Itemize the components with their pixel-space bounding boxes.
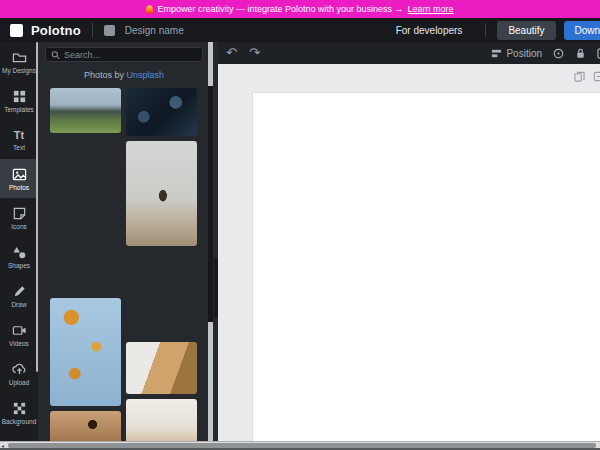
divider <box>92 23 93 37</box>
delete-page-icon[interactable] <box>593 71 600 82</box>
undo-button[interactable]: ↶ <box>226 42 237 64</box>
sidebar-item-icons[interactable]: Icons <box>0 198 38 237</box>
sidebar-item-templates[interactable]: Templates <box>0 81 38 120</box>
sidebar-item-my-designs[interactable]: My Designs <box>0 42 38 81</box>
design-name-field[interactable]: Design name <box>125 25 184 36</box>
sidebar-item-photos[interactable]: Photos <box>0 159 38 198</box>
photo-thumbnail[interactable] <box>126 342 197 394</box>
photo-thumbnail[interactable] <box>50 88 121 133</box>
search-input[interactable] <box>64 50 197 60</box>
video-icon <box>12 323 27 338</box>
photo-thumbnail[interactable] <box>50 138 121 186</box>
photo-grid <box>50 88 197 450</box>
photo-thumbnail[interactable] <box>50 298 121 406</box>
learn-more-link[interactable]: Learn more <box>408 4 454 14</box>
photo-thumbnail[interactable] <box>126 88 197 136</box>
folder-icon <box>12 50 27 65</box>
page-controls <box>574 71 600 82</box>
lock-icon[interactable] <box>575 48 586 59</box>
photo-thumbnail[interactable] <box>126 251 197 337</box>
download-button[interactable]: Download <box>564 21 600 40</box>
design-icon <box>104 25 115 36</box>
templates-grid-icon <box>12 89 27 104</box>
sidebar-item-background[interactable]: Background <box>0 393 38 432</box>
sidebar-item-upload[interactable]: Upload <box>0 354 38 393</box>
checkerboard-icon <box>12 401 27 416</box>
sticker-icon <box>12 206 27 221</box>
pencil-icon <box>12 284 27 299</box>
beautify-button[interactable]: Beautify <box>497 21 555 40</box>
help-circle-icon[interactable] <box>553 48 564 59</box>
polotno-editor-window: Empower creativity — integrate Polotno w… <box>0 0 600 450</box>
unsplash-link[interactable]: Unsplash <box>127 70 165 80</box>
sidebar-item-draw[interactable]: Draw <box>0 276 38 315</box>
photos-panel: Photos by Unsplash <box>38 42 218 450</box>
photo-credit: Photos by Unsplash <box>38 70 210 80</box>
panel-scrollbar-thumb[interactable] <box>208 86 213 322</box>
section-sidebar: My Designs Templates Tt Text Photos Icon… <box>0 42 38 450</box>
search-icon <box>51 50 60 60</box>
design-page[interactable] <box>253 93 600 442</box>
photo-thumbnail[interactable] <box>126 141 197 246</box>
top-navbar: Polotno Design name For developers Beaut… <box>0 18 600 42</box>
shapes-icon <box>12 245 27 260</box>
align-icon <box>491 48 502 59</box>
for-developers-link[interactable]: For developers <box>396 25 463 36</box>
canvas-workspace[interactable] <box>218 64 600 450</box>
redo-button[interactable]: ↷ <box>249 42 260 64</box>
duplicate-page-icon[interactable] <box>574 71 585 82</box>
position-button[interactable]: Position <box>491 48 542 59</box>
search-box[interactable] <box>45 47 203 62</box>
banner-text: Empower creativity — integrate Polotno w… <box>157 4 403 14</box>
brand-title: Polotno <box>31 23 81 38</box>
sidebar-item-shapes[interactable]: Shapes <box>0 237 38 276</box>
sidebar-item-text[interactable]: Tt Text <box>0 120 38 159</box>
promo-banner: Empower creativity — integrate Polotno w… <box>0 0 600 18</box>
canvas-toolbar: ↶ ↷ Position <box>218 42 600 64</box>
divider <box>485 23 486 37</box>
photo-icon <box>12 167 27 182</box>
cloud-upload-icon <box>12 362 27 377</box>
photo-thumbnail[interactable] <box>50 191 121 293</box>
polotno-logo <box>10 24 23 37</box>
text-icon: Tt <box>14 128 24 142</box>
flame-icon <box>146 5 153 14</box>
sidebar-item-videos[interactable]: Videos <box>0 315 38 354</box>
